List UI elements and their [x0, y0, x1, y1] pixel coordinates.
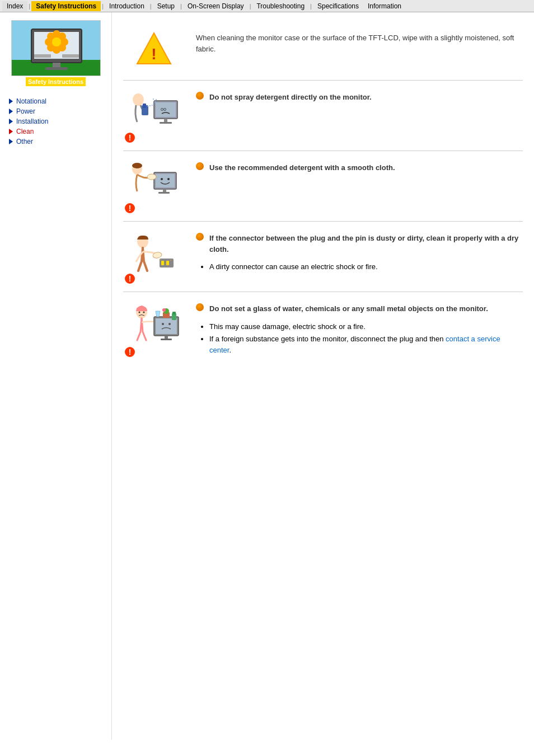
- spray-monitor-wrapper: oo !: [126, 90, 182, 142]
- nav-item-introduction[interactable]: Introduction: [105, 1, 149, 11]
- svg-rect-23: [160, 122, 172, 124]
- nav-sep-3: |: [149, 3, 153, 10]
- svg-point-39: [147, 174, 156, 180]
- cloth-monitor-wrapper: !: [126, 160, 182, 212]
- section-no-spray: oo !: [123, 81, 523, 151]
- connector-wrapper: !: [126, 231, 182, 283]
- svg-point-38: [132, 163, 142, 168]
- svg-rect-44: [166, 261, 169, 265]
- svg-rect-43: [161, 261, 164, 265]
- svg-point-25: [133, 93, 144, 106]
- orange-dot-5: [196, 303, 204, 311]
- nav-item-index[interactable]: Index: [2, 1, 27, 11]
- sidebar-item-notational[interactable]: Notational: [0, 96, 111, 106]
- svg-point-53: [162, 323, 164, 325]
- section-no-objects: ! Do not set a glass of water, chemicals…: [123, 292, 523, 366]
- warning-line-2: Do not spray detergent directly on the m…: [196, 92, 523, 106]
- svg-rect-52: [156, 318, 177, 334]
- section4-bullet-1: A dirty connector can cause an electric …: [209, 261, 523, 273]
- warning-badge-4: !: [124, 346, 136, 358]
- svg-rect-56: [161, 339, 172, 340]
- svg-point-30: [153, 98, 154, 100]
- section1-image: !: [123, 30, 185, 71]
- nav-item-osd[interactable]: On-Screen Display: [183, 1, 249, 11]
- svg-point-59: [162, 308, 166, 312]
- section5-image: !: [123, 301, 185, 356]
- svg-point-36: [167, 178, 170, 180]
- section-clean-intro: ! When cleaning the monitor case or the …: [123, 21, 523, 81]
- section-connector: ! If the connector between the plug and …: [123, 222, 523, 292]
- sidebar-item-power[interactable]: Power: [0, 106, 111, 116]
- section3-image: !: [123, 160, 185, 212]
- section4-text: If the connector between the plug and th…: [196, 231, 523, 274]
- sidebar-banner: Safety Instructions: [26, 77, 86, 86]
- svg-point-54: [168, 323, 171, 325]
- section5-bullet-1: This may cause damage, electric shock or…: [209, 321, 523, 332]
- section-detergent: ! Use the recommended detergent with a s…: [123, 151, 523, 222]
- warning-badge-3: !: [124, 273, 136, 285]
- svg-rect-32: [156, 174, 175, 187]
- svg-point-13: [52, 37, 61, 46]
- sidebar-image: [11, 20, 101, 76]
- arrow-icon-power: [9, 109, 13, 114]
- nav-sep-2: |: [101, 3, 105, 10]
- sidebar-item-other[interactable]: Other: [0, 137, 111, 147]
- svg-rect-61: [172, 312, 176, 314]
- section4-bullets: A dirty connector can cause an electric …: [196, 261, 523, 273]
- svg-rect-34: [158, 192, 170, 194]
- nav-item-specifications[interactable]: Specifications: [313, 1, 363, 11]
- section5-bullet-2: If a foreign substance gets into the mon…: [209, 334, 523, 355]
- svg-point-45: [160, 259, 161, 260]
- section1-text: When cleaning the monitor case or the su…: [196, 30, 523, 54]
- warning-badge-2: !: [124, 202, 136, 214]
- sidebar: Safety Instructions Notational Power Ins…: [0, 12, 112, 740]
- warning-line-5: Do not set a glass of water, chemicals o…: [196, 303, 523, 318]
- svg-point-28: [154, 101, 156, 103]
- svg-point-46: [170, 260, 171, 261]
- sidebar-item-installation[interactable]: Installation: [0, 116, 111, 126]
- svg-point-47: [167, 265, 168, 266]
- warning-triangle-wrapper: !: [134, 30, 174, 71]
- warning-badge-1: !: [124, 132, 136, 144]
- svg-point-29: [156, 99, 157, 100]
- objects-monitor-wrapper: !: [126, 301, 182, 356]
- svg-point-35: [161, 178, 163, 180]
- warning-line-3: Use the recommended detergent with a smo…: [196, 162, 523, 177]
- nav-sep-4: |: [179, 3, 183, 10]
- nav-sep-5: |: [249, 3, 252, 10]
- main-container: Safety Instructions Notational Power Ins…: [0, 12, 534, 740]
- warning-line-4: If the connector between the plug and th…: [196, 233, 523, 258]
- svg-text:!: !: [151, 45, 156, 63]
- arrow-icon-other: [9, 139, 13, 144]
- section3-text: Use the recommended detergent with a smo…: [196, 160, 523, 177]
- sidebar-nav: Notational Power Installation Clean Othe…: [0, 94, 111, 149]
- content-area: ! When cleaning the monitor case or the …: [112, 12, 534, 740]
- section2-text: Do not spray detergent directly on the m…: [196, 90, 523, 106]
- orange-dot-4: [196, 233, 204, 241]
- svg-point-50: [143, 312, 145, 313]
- section4-image: !: [123, 231, 185, 283]
- svg-rect-15: [45, 67, 68, 70]
- svg-point-49: [139, 312, 140, 313]
- sidebar-item-clean[interactable]: Clean: [0, 126, 111, 137]
- svg-rect-16: [34, 54, 51, 58]
- section5-text: Do not set a glass of water, chemicals o…: [196, 301, 523, 357]
- svg-rect-27: [143, 104, 146, 108]
- arrow-icon-installation: [9, 119, 13, 124]
- arrow-icon-clean: [9, 129, 13, 134]
- sidebar-top: Safety Instructions: [0, 17, 111, 91]
- nav-bar: Index | Safety Instructions | Introducti…: [0, 0, 534, 12]
- nav-item-safety[interactable]: Safety Instructions: [31, 1, 101, 11]
- nav-sep-1: |: [27, 3, 31, 10]
- section5-bullets: This may cause damage, electric shock or…: [196, 321, 523, 356]
- nav-item-information[interactable]: Information: [363, 1, 406, 11]
- nav-sep-6: |: [309, 3, 313, 10]
- nav-item-setup[interactable]: Setup: [153, 1, 179, 11]
- section2-image: oo !: [123, 90, 185, 142]
- nav-item-troubleshooting[interactable]: Troubleshooting: [252, 1, 309, 11]
- orange-dot-2: [196, 92, 204, 100]
- svg-rect-17: [62, 54, 79, 58]
- orange-dot-3: [196, 162, 204, 170]
- svg-text:oo: oo: [161, 106, 166, 112]
- arrow-icon-notational: [9, 98, 13, 104]
